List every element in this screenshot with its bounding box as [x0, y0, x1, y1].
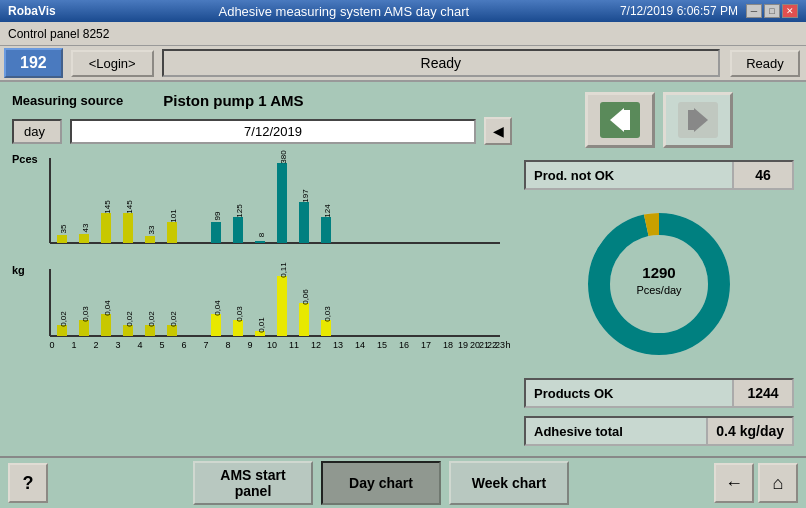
svg-text:11: 11 [289, 340, 299, 350]
date-display[interactable]: 7/12/2019 [70, 119, 476, 144]
login-button[interactable]: <Login> [71, 50, 154, 77]
svg-text:8: 8 [257, 232, 266, 237]
svg-text:0,02: 0,02 [59, 311, 68, 327]
home-button[interactable]: ⌂ [758, 463, 798, 503]
left-panel: Measuring source Piston pump 1 AMS day 7… [12, 92, 512, 446]
svg-rect-22 [299, 202, 309, 243]
svg-text:0,01: 0,01 [257, 317, 266, 333]
svg-text:33: 33 [147, 225, 156, 234]
ready-status-right: Ready [730, 50, 800, 77]
svg-text:145: 145 [103, 200, 112, 214]
adhesive-value: 0.4 kg/day [706, 418, 792, 444]
station-id[interactable]: 192 [4, 48, 63, 78]
prod-not-ok-row: Prod. not OK 46 [524, 160, 794, 190]
svg-text:6: 6 [181, 340, 186, 350]
prod-not-ok-label: Prod. not OK [526, 168, 732, 183]
svg-rect-32 [101, 314, 111, 336]
products-ok-label: Products OK [526, 386, 732, 401]
svg-rect-18 [255, 241, 265, 243]
pces-chart-container: Pces 35 43 145 145 [12, 153, 512, 262]
kg-chart-container: kg 0,02 0,03 0,04 0,02 [12, 264, 512, 358]
kg-chart-svg: 0,02 0,03 0,04 0,02 0,02 0,02 0,04 [22, 264, 502, 354]
svg-rect-48 [299, 303, 309, 336]
nav-buttons [524, 92, 794, 148]
measuring-source-label: Measuring source [12, 93, 123, 108]
svg-text:1290: 1290 [642, 264, 675, 281]
svg-text:16: 16 [399, 340, 409, 350]
bottom-left: ? [8, 463, 48, 503]
svg-text:18: 18 [443, 340, 453, 350]
measuring-header: Measuring source Piston pump 1 AMS [12, 92, 512, 109]
svg-text:4: 4 [137, 340, 142, 350]
adhesive-label: Adhesive total [526, 424, 706, 439]
main-content: Measuring source Piston pump 1 AMS day 7… [0, 82, 806, 456]
svg-text:10: 10 [267, 340, 277, 350]
donut-chart-container: 1290 Pces/day [524, 198, 794, 370]
svg-text:23: 23 [495, 340, 505, 350]
svg-text:0,02: 0,02 [169, 311, 178, 327]
svg-text:15: 15 [377, 340, 387, 350]
svg-rect-4 [79, 234, 89, 243]
ready-status-center: Ready [162, 49, 720, 77]
svg-text:197: 197 [301, 189, 310, 203]
svg-text:124: 124 [323, 204, 332, 218]
title-bar-controls: ─ □ ✕ [746, 4, 798, 18]
svg-text:0,04: 0,04 [103, 300, 112, 316]
svg-text:0,02: 0,02 [125, 311, 134, 327]
title-bar: RobaVis Adhesive measuring system AMS da… [0, 0, 806, 22]
svg-text:7: 7 [203, 340, 208, 350]
svg-text:0,03: 0,03 [235, 306, 244, 322]
menu-bar: Control panel 8252 [0, 22, 806, 46]
svg-rect-6 [101, 213, 111, 243]
svg-text:2: 2 [93, 340, 98, 350]
svg-text:35: 35 [59, 224, 68, 233]
donut-chart-svg: 1290 Pces/day [579, 204, 739, 364]
svg-text:0,03: 0,03 [81, 306, 90, 322]
svg-rect-82 [688, 110, 694, 130]
svg-text:1: 1 [71, 340, 76, 350]
svg-rect-46 [277, 276, 287, 336]
svg-rect-14 [211, 222, 221, 243]
app-name: RobaVis [8, 4, 56, 18]
help-button[interactable]: ? [8, 463, 48, 503]
svg-text:99: 99 [213, 211, 222, 220]
period-label: day [12, 119, 62, 144]
svg-rect-10 [145, 236, 155, 243]
svg-text:145: 145 [125, 200, 134, 214]
svg-text:3: 3 [115, 340, 120, 350]
svg-text:0,03: 0,03 [323, 306, 332, 322]
svg-rect-40 [211, 314, 221, 336]
svg-text:0,02: 0,02 [147, 311, 156, 327]
svg-text:19: 19 [458, 340, 468, 350]
bottom-right-buttons: ← ⌂ [714, 463, 798, 503]
products-ok-row: Products OK 1244 [524, 378, 794, 408]
date-prev-button[interactable]: ◀ [484, 117, 512, 145]
day-chart-button[interactable]: Day chart [321, 461, 441, 505]
title-bar-title: Adhesive measuring system AMS day chart [68, 4, 620, 19]
bottom-nav-left-button[interactable]: ← [714, 463, 754, 503]
svg-text:13: 13 [333, 340, 343, 350]
svg-text:43: 43 [81, 223, 90, 232]
nav-forward-button[interactable] [663, 92, 733, 148]
pces-y-label: Pces [12, 153, 38, 165]
ams-start-panel-button[interactable]: AMS start panel [193, 461, 313, 505]
prod-not-ok-value: 46 [732, 162, 792, 188]
bottom-center-buttons: AMS start panel Day chart Week chart [193, 461, 569, 505]
svg-rect-20 [277, 163, 287, 243]
svg-text:101: 101 [169, 209, 178, 223]
svg-rect-2 [57, 235, 67, 243]
svg-text:Pces/day: Pces/day [636, 284, 682, 296]
svg-text:0,06: 0,06 [301, 289, 310, 305]
products-ok-value: 1244 [732, 380, 792, 406]
nav-back-button[interactable] [585, 92, 655, 148]
maximize-button[interactable]: □ [764, 4, 780, 18]
svg-text:380: 380 [279, 150, 288, 164]
minimize-button[interactable]: ─ [746, 4, 762, 18]
svg-text:8: 8 [225, 340, 230, 350]
close-button[interactable]: ✕ [782, 4, 798, 18]
title-bar-datetime: 7/12/2019 6:06:57 PM [620, 4, 738, 18]
date-row: day 7/12/2019 ◀ [12, 117, 512, 145]
svg-text:9: 9 [247, 340, 252, 350]
week-chart-button[interactable]: Week chart [449, 461, 569, 505]
svg-text:12: 12 [311, 340, 321, 350]
